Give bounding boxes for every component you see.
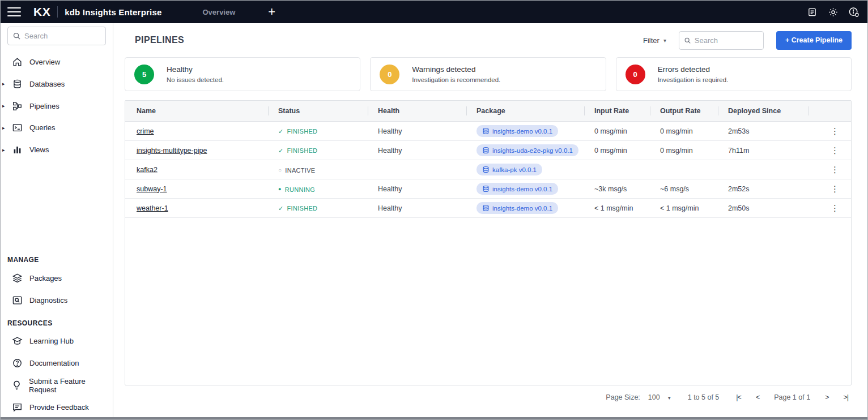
release-notes-icon[interactable] — [806, 6, 818, 18]
output-rate-value: 0 msg/min — [650, 127, 718, 135]
sidebar-section-resources: RESOURCES — [7, 319, 106, 327]
prev-page-button[interactable]: < — [756, 393, 759, 401]
sidebar-item-packages[interactable]: Packages — [7, 267, 106, 289]
status-badge: ✓FINISHED — [278, 128, 317, 135]
sidebar-item-provide-feedback[interactable]: Provide Feedback — [7, 396, 106, 418]
column-header-output-rate[interactable]: Output Rate — [650, 101, 718, 121]
health-value: Healthy — [368, 204, 466, 212]
add-tab-button[interactable]: + — [268, 6, 275, 18]
sidebar-item-overview[interactable]: Overview — [7, 51, 106, 73]
package-stack-icon — [482, 166, 490, 173]
status-badge: ✓FINISHED — [278, 147, 317, 154]
input-rate-value: 0 msg/min — [584, 127, 650, 135]
warnings-count-badge: 0 — [380, 65, 399, 84]
card-subtitle: Investigation is recommended. — [412, 76, 500, 83]
column-header-input-rate[interactable]: Input Rate — [584, 101, 650, 121]
sidebar-item-diagnostics[interactable]: Diagnostics — [7, 289, 106, 311]
sidebar-item-queries[interactable]: ▸ Queries — [7, 117, 106, 139]
package-stack-icon — [482, 204, 490, 212]
card-title: Errors detected — [658, 65, 729, 74]
errors-card: 0 Errors detected Investigation is requi… — [616, 57, 852, 91]
row-kebab-menu-icon[interactable]: ⋮ — [827, 203, 843, 213]
sidebar-item-learning-hub[interactable]: Learning Hub — [7, 331, 106, 353]
feedback-icon — [11, 402, 23, 413]
topbar: KX kdb Insights Enterprise Overview + — [1, 1, 867, 23]
pipelines-search[interactable] — [679, 31, 764, 50]
hamburger-menu-icon[interactable] — [7, 7, 21, 16]
output-rate-value: < 1 msg/min — [650, 204, 718, 212]
package-badge: insights-demo v0.0.1 — [476, 202, 558, 214]
status-check-icon: ✓ — [278, 128, 284, 135]
create-pipeline-button[interactable]: + Create Pipeline — [776, 31, 852, 50]
status-running-icon: ● — [278, 187, 282, 192]
page-indicator: Page 1 of 1 — [774, 393, 810, 401]
filter-dropdown[interactable]: Filter ▾ — [643, 36, 666, 45]
deployed-since-value: 2m53s — [718, 127, 809, 135]
sidebar-search[interactable] — [7, 27, 106, 45]
kx-logo: KX — [33, 5, 50, 19]
status-badge: ○INACTIVE — [278, 167, 315, 174]
deployed-since-value: 7h11m — [718, 147, 809, 155]
lightbulb-icon — [11, 380, 22, 391]
pipeline-name-link[interactable]: crime — [137, 127, 154, 135]
expand-caret-icon[interactable]: ▸ — [2, 103, 5, 109]
sidebar-item-label: Provide Feedback — [29, 403, 89, 412]
table-row: weather-1 ✓FINISHED Healthy insights-dem… — [125, 199, 851, 218]
output-rate-value: ~6 msg/s — [650, 185, 718, 193]
errors-count-badge: 0 — [626, 65, 645, 84]
info-shield-icon[interactable] — [848, 6, 860, 18]
sidebar-item-label: Pipelines — [29, 102, 59, 110]
sidebar-item-pipelines[interactable]: ▸ Pipelines — [7, 95, 106, 117]
expand-caret-icon[interactable]: ▸ — [2, 125, 5, 131]
documentation-icon — [11, 358, 23, 368]
input-rate-value: 0 msg/min — [584, 147, 650, 155]
sidebar-item-label: Packages — [29, 274, 62, 282]
chevron-down-icon[interactable]: ▾ — [668, 395, 671, 401]
tab-overview[interactable]: Overview — [203, 8, 236, 16]
sidebar-item-databases[interactable]: ▸ Databases — [7, 73, 106, 95]
row-kebab-menu-icon[interactable]: ⋮ — [827, 145, 843, 156]
column-header-health[interactable]: Health — [368, 101, 466, 121]
page-size-value[interactable]: 100 — [648, 393, 660, 401]
row-kebab-menu-icon[interactable]: ⋮ — [827, 126, 843, 136]
main-content: PIPELINES Filter ▾ + Create Pipeline 5 — [113, 23, 867, 418]
sidebar-search-input[interactable] — [24, 32, 101, 40]
next-page-button[interactable]: > — [825, 393, 828, 401]
column-header-status[interactable]: Status — [268, 101, 368, 121]
expand-caret-icon[interactable]: ▸ — [2, 147, 5, 153]
package-stack-icon — [482, 147, 490, 154]
sidebar-item-label: Documentation — [29, 359, 79, 367]
row-kebab-menu-icon[interactable]: ⋮ — [827, 165, 843, 175]
search-icon — [12, 32, 21, 40]
sidebar-item-label: Submit a Feature Request — [29, 377, 106, 394]
health-value: Healthy — [368, 147, 466, 155]
last-page-button[interactable]: >| — [843, 393, 848, 401]
pipelines-search-input[interactable] — [695, 36, 759, 45]
package-stack-icon — [482, 185, 490, 192]
pipeline-name-link[interactable]: weather-1 — [137, 204, 168, 212]
first-page-button[interactable]: |< — [736, 393, 741, 401]
expand-caret-icon[interactable]: ▸ — [2, 81, 5, 87]
search-icon — [684, 36, 691, 45]
input-rate-value: ~3k msg/s — [584, 185, 650, 193]
settings-gear-icon[interactable] — [827, 6, 839, 18]
health-value: Healthy — [368, 127, 466, 135]
pipeline-name-link[interactable]: subway-1 — [137, 185, 167, 193]
column-header-name[interactable]: Name — [125, 101, 268, 121]
brand-divider — [57, 6, 58, 18]
pipeline-name-link[interactable]: insights-multitype-pipe — [137, 147, 207, 155]
healthy-card: 5 Healthy No issues detected. — [125, 57, 360, 91]
sidebar-item-views[interactable]: ▸ Views — [7, 139, 106, 161]
pipeline-name-link[interactable]: kafka2 — [137, 166, 158, 174]
row-kebab-menu-icon[interactable]: ⋮ — [827, 184, 843, 194]
column-header-package[interactable]: Package — [466, 101, 584, 121]
sidebar-item-label: Overview — [29, 58, 60, 66]
page-title: PIPELINES — [135, 35, 184, 45]
healthy-count-badge: 5 — [134, 65, 154, 84]
column-header-deployed-since[interactable]: Deployed Since — [718, 101, 809, 121]
page-size-label: Page Size: — [606, 393, 640, 401]
sidebar-item-feature-request[interactable]: Submit a Feature Request — [7, 374, 106, 396]
sidebar-item-documentation[interactable]: Documentation — [7, 352, 106, 374]
sidebar-item-label: Databases — [29, 80, 65, 88]
chevron-down-icon: ▾ — [663, 37, 666, 44]
